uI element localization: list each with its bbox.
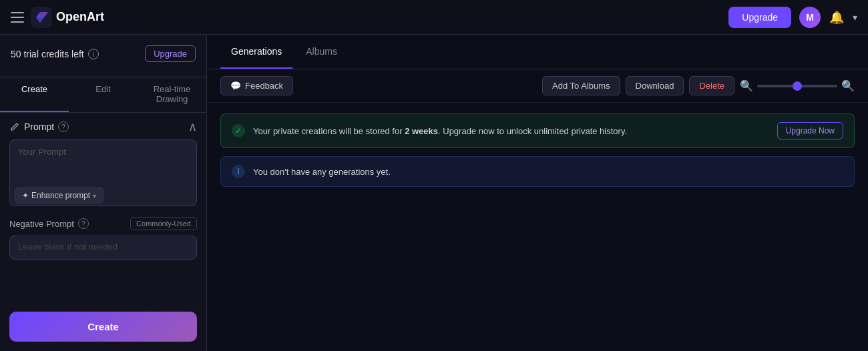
sidebar-tab-edit[interactable]: Edit bbox=[69, 77, 138, 112]
zoom-slider-container: 🔍 🔍 bbox=[740, 79, 855, 92]
create-button[interactable]: Create bbox=[9, 312, 197, 342]
negative-prompt-section: Negative Prompt ? Commonly-Used bbox=[9, 217, 197, 262]
content-toolbar: 💬 Feedback Add To Albums Download Delete… bbox=[207, 69, 868, 103]
content-body: ✓ Your private creations will be stored … bbox=[207, 103, 868, 351]
bell-icon[interactable]: 🔔 bbox=[829, 9, 845, 25]
no-generations-text: You don't have any generations yet. bbox=[253, 167, 843, 177]
content-tabs: Generations Albums bbox=[207, 35, 868, 69]
sidebar-tab-real-time[interactable]: Real-time Drawing bbox=[138, 77, 206, 112]
negative-prompt-header: Negative Prompt ? Commonly-Used bbox=[9, 217, 197, 230]
menu-icon[interactable] bbox=[11, 12, 24, 23]
add-to-albums-button[interactable]: Add To Albums bbox=[542, 76, 620, 95]
main-layout: 50 trial credits left i Upgrade Create E… bbox=[0, 35, 868, 351]
upgrade-banner-text: Your private creations will be stored fo… bbox=[253, 126, 769, 136]
chevron-down-icon[interactable]: ▾ bbox=[853, 12, 857, 23]
prompt-help-icon[interactable]: ? bbox=[58, 121, 69, 132]
prompt-collapse-button[interactable]: ∧ bbox=[188, 121, 197, 133]
weeks-highlight: 2 weeks bbox=[405, 126, 438, 136]
upgrade-history-banner: ✓ Your private creations will be stored … bbox=[220, 113, 855, 148]
sidebar-nav: Create Edit Real-time Drawing bbox=[0, 77, 206, 113]
info-icon: i bbox=[232, 165, 245, 178]
negative-label-row: Negative Prompt ? bbox=[9, 218, 89, 229]
top-nav: OpenArt Upgrade M 🔔 ▾ bbox=[0, 0, 868, 35]
openart-logo-icon bbox=[31, 7, 52, 28]
toolbar-right: Add To Albums Download Delete 🔍 🔍 bbox=[542, 76, 855, 95]
content-tab-albums[interactable]: Albums bbox=[295, 35, 348, 69]
prompt-label: Prompt bbox=[24, 121, 54, 132]
upgrade-now-button[interactable]: Upgrade Now bbox=[777, 122, 843, 139]
credits-row: 50 trial credits left i Upgrade bbox=[11, 45, 196, 62]
nav-right: Upgrade M 🔔 ▾ bbox=[728, 7, 857, 28]
credits-info-icon[interactable]: i bbox=[88, 49, 99, 59]
prompt-textarea-wrapper: ✦ Enhance prompt ▾ bbox=[9, 139, 197, 209]
prompt-label-row: Prompt ? bbox=[9, 121, 69, 132]
zoom-slider[interactable] bbox=[757, 85, 837, 87]
content-tab-generations[interactable]: Generations bbox=[220, 35, 292, 69]
commonly-used-button[interactable]: Commonly-Used bbox=[130, 217, 197, 230]
upgrade-button[interactable]: Upgrade bbox=[728, 7, 791, 28]
download-button[interactable]: Download bbox=[626, 76, 684, 95]
content-area: Generations Albums 💬 Feedback Add To Alb… bbox=[207, 35, 868, 351]
no-generations-banner: i You don't have any generations yet. bbox=[220, 156, 855, 187]
zoom-in-icon[interactable]: 🔍 bbox=[841, 79, 855, 92]
negative-prompt-textarea[interactable] bbox=[9, 236, 197, 260]
enhance-chevron-icon: ▾ bbox=[93, 192, 96, 200]
logo-container: OpenArt bbox=[31, 7, 104, 28]
sidebar-upgrade-button[interactable]: Upgrade bbox=[145, 45, 196, 62]
avatar[interactable]: M bbox=[799, 7, 821, 28]
sidebar: 50 trial credits left i Upgrade Create E… bbox=[0, 35, 207, 351]
zoom-out-icon[interactable]: 🔍 bbox=[740, 79, 753, 92]
feedback-button[interactable]: 💬 Feedback bbox=[220, 76, 293, 95]
feedback-icon: 💬 bbox=[230, 81, 241, 91]
app-title: OpenArt bbox=[56, 10, 104, 24]
negative-prompt-label: Negative Prompt bbox=[9, 219, 74, 229]
prompt-edit-icon bbox=[9, 121, 20, 132]
sidebar-tab-create[interactable]: Create bbox=[0, 77, 69, 112]
enhance-prompt-button[interactable]: ✦ Enhance prompt ▾ bbox=[15, 188, 103, 204]
wand-icon: ✦ bbox=[22, 191, 29, 200]
credits-left-info: 50 trial credits left i bbox=[11, 49, 99, 59]
nav-left: OpenArt bbox=[11, 7, 104, 28]
delete-button[interactable]: Delete bbox=[689, 76, 734, 95]
credits-text: 50 trial credits left bbox=[11, 49, 84, 59]
credits-section: 50 trial credits left i Upgrade bbox=[0, 35, 206, 77]
check-icon: ✓ bbox=[232, 124, 245, 137]
prompt-header: Prompt ? ∧ bbox=[9, 121, 197, 133]
negative-prompt-help-icon[interactable]: ? bbox=[78, 218, 89, 229]
